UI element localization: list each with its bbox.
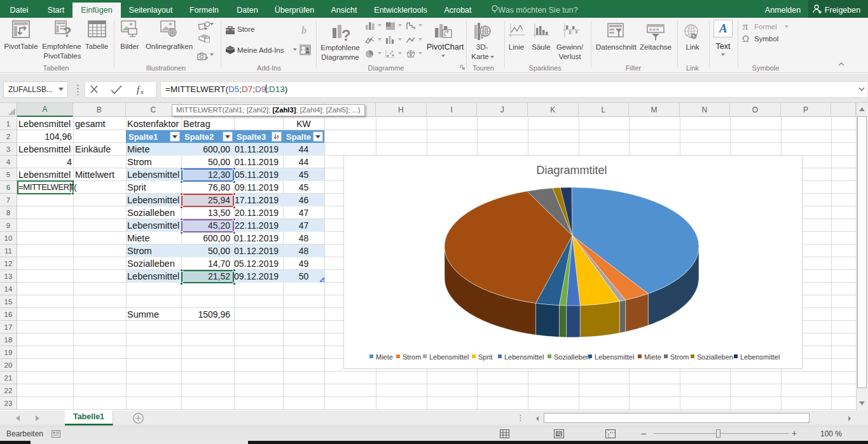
svg-text:Lebensmittel: Lebensmittel xyxy=(429,353,469,361)
svg-text:Lebensmittel: Lebensmittel xyxy=(595,353,634,361)
svg-text:?: ? xyxy=(341,27,350,42)
svg-text:Miete: Miete xyxy=(376,353,393,361)
svg-text:Sprit: Sprit xyxy=(478,353,493,361)
svg-text:Sozialleben: Sozialleben xyxy=(697,353,733,361)
svg-text:Lebensmittel: Lebensmittel xyxy=(740,353,780,361)
svg-text:x: x xyxy=(140,88,144,95)
svg-text:Strom: Strom xyxy=(670,353,689,361)
svg-text:?: ? xyxy=(63,24,71,38)
svg-text:Miete: Miete xyxy=(644,353,661,361)
svg-text:Strom: Strom xyxy=(403,353,421,361)
svg-text:Lebensmittel: Lebensmittel xyxy=(504,353,544,361)
svg-text:b: b xyxy=(301,25,307,36)
svg-text:Sozialleben: Sozialleben xyxy=(554,353,590,361)
svg-text:Diagrammtitel: Diagrammtitel xyxy=(536,164,607,177)
